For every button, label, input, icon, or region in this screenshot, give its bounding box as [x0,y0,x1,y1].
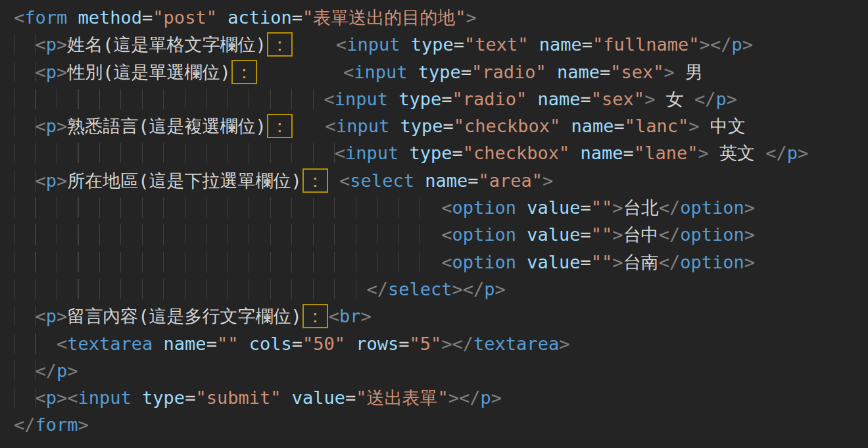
code-token-tag: select [388,279,452,299]
code-token-punct: > [67,361,78,381]
code-token-text [293,34,336,55]
code-token-str: "" [217,334,239,354]
code-token-text: 熟悉語言(這是複選欄位) [67,116,266,136]
unicode-highlighted-colon: ： [267,114,293,138]
code-token-eq: = [581,252,591,272]
code-line[interactable]: <p>留言內容(這是多行文字欄位)：<br> [14,303,868,330]
indent-guides [14,143,335,163]
code-token-attr: name [153,334,206,354]
code-token-eq: = [454,34,464,55]
code-token-punct: </ [36,361,57,381]
code-line[interactable]: <p>所在地區(這是下拉選單欄位)： <select name="area"> [14,167,868,194]
code-token-tag: input [78,387,132,408]
code-token-str: "checkbox" [463,143,570,163]
code-line[interactable]: <option value="">台北</option> [14,194,868,221]
code-token-str: "lanc" [625,116,689,136]
unicode-highlighted-colon: ： [267,32,293,57]
code-token-punct: </ [765,143,787,163]
code-token-str: "" [591,252,613,272]
indent-guides [14,224,441,245]
code-token-str: "" [591,197,613,218]
code-token-tag: p [46,306,57,326]
code-token-eq: = [600,62,610,82]
code-token-punct: > [559,334,569,354]
code-token-str: "sex" [610,62,663,82]
indent-guides [14,252,441,272]
code-token-punct: < [14,7,24,28]
code-token-punct: </ [366,279,388,299]
code-editor[interactable]: <form method="post" action="表單送出的目的地"> <… [0,0,868,448]
indent-guides [14,89,324,109]
code-token-punct: < [343,62,354,82]
code-token-text: 台南 [623,252,659,272]
code-token-eq: = [581,197,591,218]
code-token-text: 台北 [623,197,659,218]
indent-guides [14,306,36,326]
code-token-punct: > [698,143,708,163]
code-token-tag: input [336,116,389,136]
code-line[interactable]: <option value="">台南</option> [14,249,868,276]
code-token-punct: > [742,34,753,55]
unicode-highlighted-colon: ： [302,168,328,193]
code-token-tag: br [339,306,361,326]
code-token-attr: action [217,7,292,28]
code-token-punct: > [700,34,710,55]
indent-guides [14,361,36,381]
code-token-eq: = [581,224,591,245]
code-token-punct: < [326,116,336,136]
code-token-punct: ></ [448,387,481,408]
code-token-tag: p [484,279,494,299]
code-line[interactable]: <form method="post" action="表單送出的目的地"> [14,4,868,31]
code-token-tag: option [452,252,516,272]
code-token-str: "checkbox" [454,116,561,136]
code-token-str: "5" [410,334,442,354]
code-token-eq: = [142,7,153,28]
code-token-punct: </ [14,414,36,435]
code-token-punct: >< [57,387,78,408]
indent-guides [14,116,36,136]
code-line[interactable]: <p><input type="submit" value="送出表單"></p… [14,384,868,411]
code-token-punct: > [744,224,755,245]
code-token-attr: name [529,34,582,55]
code-token-str: "sex" [591,89,644,109]
code-line[interactable]: <textarea name="" cols="50" rows="5"></t… [14,330,868,357]
code-token-attr: type [388,89,441,109]
code-line[interactable]: <input type="checkbox" name="lane"> 英文 <… [14,139,868,166]
code-line[interactable]: </p> [14,357,868,384]
code-token-str: "" [591,224,613,245]
code-token-str: "radio" [452,89,527,109]
code-token-eq: = [292,334,302,354]
code-token-eq: = [185,387,195,408]
code-token-attr: rows [345,334,398,354]
code-token-eq: = [461,62,471,82]
code-token-tag: option [452,197,516,218]
code-token-attr: name [527,89,580,109]
code-token-eq: = [441,89,452,109]
code-token-attr: name [546,62,600,82]
code-token-tag: textarea [67,334,153,354]
code-token-str: "fullname" [592,34,700,55]
code-token-str: "post" [153,7,217,28]
code-token-attr: type [132,387,185,408]
code-line[interactable]: <option value="">台中</option> [14,221,868,248]
code-token-tag: p [46,387,57,408]
code-token-attr: value [281,387,345,408]
code-token-attr: method [67,7,142,28]
code-token-punct: < [335,143,345,163]
code-token-attr: type [407,62,460,82]
code-token-eq: = [292,7,302,28]
code-token-punct: > [744,197,755,218]
code-line[interactable]: <p>熟悉語言(這是複選欄位)： <input type="checkbox" … [14,112,868,139]
code-line[interactable]: </form> [14,411,868,438]
code-token-punct: < [36,306,46,326]
code-line[interactable]: <p>姓名(這是單格文字欄位)： <input type="text" name… [14,31,868,58]
code-line[interactable]: </select></p> [14,276,868,303]
code-token-punct: > [744,252,755,272]
code-token-tag: p [46,170,57,191]
code-token-attr: value [516,224,581,245]
code-token-attr: name [569,143,623,163]
code-token-punct: > [727,89,737,109]
code-token-punct: < [36,62,46,82]
code-line[interactable]: <input type="radio" name="sex"> 女 </p> [14,86,868,112]
code-line[interactable]: <p>性別(這是單選欄位)： <input type="radio" name=… [14,59,868,86]
